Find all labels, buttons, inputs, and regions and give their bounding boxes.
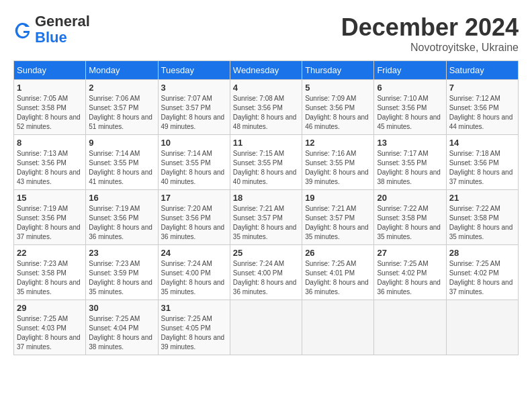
day-number: 18 xyxy=(233,193,299,203)
day-info: Sunrise: 7:09 AM Sunset: 3:56 PM Dayligh… xyxy=(305,94,371,132)
week-row-3: 15 Sunrise: 7:19 AM Sunset: 3:56 PM Dayl… xyxy=(14,190,519,245)
day-number: 3 xyxy=(161,83,227,93)
day-number: 31 xyxy=(161,303,227,313)
calendar-cell: 6 Sunrise: 7:10 AM Sunset: 3:56 PM Dayli… xyxy=(374,80,446,135)
week-row-2: 8 Sunrise: 7:13 AM Sunset: 3:56 PM Dayli… xyxy=(14,135,519,190)
calendar-cell: 9 Sunrise: 7:14 AM Sunset: 3:55 PM Dayli… xyxy=(86,135,158,190)
weekday-header-row: Sunday Monday Tuesday Wednesday Thursday… xyxy=(14,61,519,80)
header-thursday: Thursday xyxy=(302,61,374,80)
day-number: 16 xyxy=(89,193,154,203)
day-number: 14 xyxy=(449,138,515,148)
day-info: Sunrise: 7:25 AM Sunset: 4:04 PM Dayligh… xyxy=(89,314,154,352)
day-info: Sunrise: 7:25 AM Sunset: 4:01 PM Dayligh… xyxy=(305,259,371,297)
calendar-cell: 2 Sunrise: 7:06 AM Sunset: 3:57 PM Dayli… xyxy=(86,80,158,135)
day-info: Sunrise: 7:21 AM Sunset: 3:57 PM Dayligh… xyxy=(233,204,299,242)
calendar-cell: 31 Sunrise: 7:25 AM Sunset: 4:05 PM Dayl… xyxy=(158,300,230,355)
day-info: Sunrise: 7:10 AM Sunset: 3:56 PM Dayligh… xyxy=(377,94,443,132)
day-info: Sunrise: 7:22 AM Sunset: 3:58 PM Dayligh… xyxy=(449,204,515,242)
calendar-cell: 28 Sunrise: 7:25 AM Sunset: 4:02 PM Dayl… xyxy=(446,245,518,300)
day-number: 4 xyxy=(233,83,299,93)
calendar-cell: 19 Sunrise: 7:21 AM Sunset: 3:57 PM Dayl… xyxy=(302,190,374,245)
day-info: Sunrise: 7:21 AM Sunset: 3:57 PM Dayligh… xyxy=(305,204,371,242)
week-row-4: 22 Sunrise: 7:23 AM Sunset: 3:58 PM Dayl… xyxy=(14,245,519,300)
calendar-cell: 21 Sunrise: 7:22 AM Sunset: 3:58 PM Dayl… xyxy=(446,190,518,245)
location: Novotroyitske, Ukraine xyxy=(341,42,519,54)
day-info: Sunrise: 7:24 AM Sunset: 4:00 PM Dayligh… xyxy=(233,259,299,297)
day-number: 28 xyxy=(449,248,515,258)
day-number: 10 xyxy=(161,138,227,148)
calendar-cell: 3 Sunrise: 7:07 AM Sunset: 3:57 PM Dayli… xyxy=(158,80,230,135)
day-number: 5 xyxy=(305,83,371,93)
calendar-cell: 23 Sunrise: 7:23 AM Sunset: 3:59 PM Dayl… xyxy=(86,245,158,300)
calendar-cell: 27 Sunrise: 7:25 AM Sunset: 4:02 PM Dayl… xyxy=(374,245,446,300)
calendar-cell: 14 Sunrise: 7:18 AM Sunset: 3:56 PM Dayl… xyxy=(446,135,518,190)
day-info: Sunrise: 7:25 AM Sunset: 4:02 PM Dayligh… xyxy=(449,259,515,297)
calendar-cell: 16 Sunrise: 7:19 AM Sunset: 3:56 PM Dayl… xyxy=(86,190,158,245)
day-info: Sunrise: 7:14 AM Sunset: 3:55 PM Dayligh… xyxy=(89,149,154,187)
calendar-cell: 4 Sunrise: 7:08 AM Sunset: 3:56 PM Dayli… xyxy=(230,80,302,135)
header-tuesday: Tuesday xyxy=(158,61,230,80)
calendar-table: Sunday Monday Tuesday Wednesday Thursday… xyxy=(13,60,519,355)
calendar-cell xyxy=(302,300,374,355)
header-wednesday: Wednesday xyxy=(230,61,302,80)
calendar-cell: 18 Sunrise: 7:21 AM Sunset: 3:57 PM Dayl… xyxy=(230,190,302,245)
calendar-cell: 12 Sunrise: 7:16 AM Sunset: 3:55 PM Dayl… xyxy=(302,135,374,190)
day-number: 2 xyxy=(89,83,154,93)
day-info: Sunrise: 7:25 AM Sunset: 4:03 PM Dayligh… xyxy=(17,314,83,352)
day-number: 13 xyxy=(377,138,443,148)
day-number: 17 xyxy=(161,193,227,203)
day-info: Sunrise: 7:19 AM Sunset: 3:56 PM Dayligh… xyxy=(17,204,83,242)
day-number: 12 xyxy=(305,138,371,148)
day-number: 26 xyxy=(305,248,371,258)
day-number: 11 xyxy=(233,138,299,148)
day-number: 7 xyxy=(449,83,515,93)
calendar-cell: 22 Sunrise: 7:23 AM Sunset: 3:58 PM Dayl… xyxy=(14,245,86,300)
day-info: Sunrise: 7:25 AM Sunset: 4:02 PM Dayligh… xyxy=(377,259,443,297)
calendar-cell: 10 Sunrise: 7:14 AM Sunset: 3:55 PM Dayl… xyxy=(158,135,230,190)
day-info: Sunrise: 7:06 AM Sunset: 3:57 PM Dayligh… xyxy=(89,94,154,132)
day-info: Sunrise: 7:08 AM Sunset: 3:56 PM Dayligh… xyxy=(233,94,299,132)
day-number: 22 xyxy=(17,248,83,258)
calendar-cell: 25 Sunrise: 7:24 AM Sunset: 4:00 PM Dayl… xyxy=(230,245,302,300)
day-info: Sunrise: 7:22 AM Sunset: 3:58 PM Dayligh… xyxy=(377,204,443,242)
month-title: December 2024 xyxy=(341,13,519,42)
day-number: 20 xyxy=(377,193,443,203)
page-header: General Blue December 2024 Novotroyitske… xyxy=(13,13,519,54)
day-info: Sunrise: 7:23 AM Sunset: 3:59 PM Dayligh… xyxy=(89,259,154,297)
day-info: Sunrise: 7:07 AM Sunset: 3:57 PM Dayligh… xyxy=(161,94,227,132)
calendar-cell: 29 Sunrise: 7:25 AM Sunset: 4:03 PM Dayl… xyxy=(14,300,86,355)
calendar-cell xyxy=(374,300,446,355)
day-info: Sunrise: 7:17 AM Sunset: 3:55 PM Dayligh… xyxy=(377,149,443,187)
day-number: 29 xyxy=(17,303,83,313)
day-number: 19 xyxy=(305,193,371,203)
header-saturday: Saturday xyxy=(446,61,518,80)
day-info: Sunrise: 7:05 AM Sunset: 3:58 PM Dayligh… xyxy=(17,94,83,132)
calendar-cell: 7 Sunrise: 7:12 AM Sunset: 3:56 PM Dayli… xyxy=(446,80,518,135)
calendar-cell: 20 Sunrise: 7:22 AM Sunset: 3:58 PM Dayl… xyxy=(374,190,446,245)
calendar-cell: 8 Sunrise: 7:13 AM Sunset: 3:56 PM Dayli… xyxy=(14,135,86,190)
day-info: Sunrise: 7:20 AM Sunset: 3:56 PM Dayligh… xyxy=(161,204,227,242)
day-number: 30 xyxy=(89,303,154,313)
calendar-cell: 24 Sunrise: 7:24 AM Sunset: 4:00 PM Dayl… xyxy=(158,245,230,300)
day-number: 23 xyxy=(89,248,154,258)
calendar-cell: 13 Sunrise: 7:17 AM Sunset: 3:55 PM Dayl… xyxy=(374,135,446,190)
day-info: Sunrise: 7:19 AM Sunset: 3:56 PM Dayligh… xyxy=(89,204,154,242)
title-block: December 2024 Novotroyitske, Ukraine xyxy=(341,13,519,54)
calendar-cell: 26 Sunrise: 7:25 AM Sunset: 4:01 PM Dayl… xyxy=(302,245,374,300)
day-number: 21 xyxy=(449,193,515,203)
day-info: Sunrise: 7:12 AM Sunset: 3:56 PM Dayligh… xyxy=(449,94,515,132)
day-number: 25 xyxy=(233,248,299,258)
day-info: Sunrise: 7:24 AM Sunset: 4:00 PM Dayligh… xyxy=(161,259,227,297)
calendar-cell: 17 Sunrise: 7:20 AM Sunset: 3:56 PM Dayl… xyxy=(158,190,230,245)
day-number: 1 xyxy=(17,83,83,93)
logo-text: General Blue xyxy=(35,13,90,46)
calendar-cell: 30 Sunrise: 7:25 AM Sunset: 4:04 PM Dayl… xyxy=(86,300,158,355)
header-monday: Monday xyxy=(86,61,158,80)
day-info: Sunrise: 7:13 AM Sunset: 3:56 PM Dayligh… xyxy=(17,149,83,187)
day-number: 27 xyxy=(377,248,443,258)
day-info: Sunrise: 7:18 AM Sunset: 3:56 PM Dayligh… xyxy=(449,149,515,187)
calendar-cell xyxy=(230,300,302,355)
logo: General Blue xyxy=(13,13,90,46)
day-number: 15 xyxy=(17,193,83,203)
header-sunday: Sunday xyxy=(14,61,86,80)
